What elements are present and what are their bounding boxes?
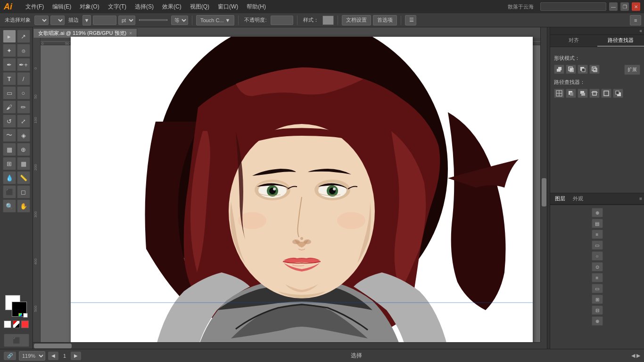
slice-tool[interactable]: ⬛ bbox=[3, 185, 16, 198]
opacity-input[interactable]: 100% bbox=[271, 16, 293, 25]
align-tab[interactable]: 对齐 bbox=[550, 35, 597, 47]
doc-tab-close[interactable]: × bbox=[129, 31, 132, 36]
appearance-tab[interactable]: 外观 bbox=[570, 194, 586, 203]
prefs-btn[interactable]: 首选项 bbox=[373, 15, 397, 25]
hand-tool[interactable]: ✋ bbox=[17, 199, 30, 213]
eraser-tool[interactable]: ◻ bbox=[17, 185, 30, 198]
warp-tool[interactable]: 〜 bbox=[3, 129, 16, 142]
panel-icon-1[interactable]: ⊕ bbox=[592, 208, 603, 217]
panel-icon-5[interactable]: ○ bbox=[592, 251, 603, 261]
scale-tool[interactable]: ⤢ bbox=[17, 115, 30, 128]
none-color-icon[interactable] bbox=[13, 321, 20, 328]
paintbrush-tool[interactable]: 🖌 bbox=[3, 100, 16, 114]
go-to-bridge-btn[interactable]: 🔗 bbox=[4, 352, 16, 360]
color-fill-icon[interactable] bbox=[4, 321, 11, 328]
menu-effect[interactable]: 效果(C) bbox=[158, 2, 185, 12]
direct-selection-tool[interactable]: ↗ bbox=[17, 30, 30, 43]
line-tool[interactable]: / bbox=[17, 72, 30, 85]
layers-tab[interactable]: 图层 bbox=[552, 194, 568, 203]
expand-btn[interactable]: 扩展 bbox=[624, 65, 640, 75]
divide-btn[interactable] bbox=[554, 89, 564, 98]
menu-select[interactable]: 选择(S) bbox=[131, 2, 157, 12]
pathfinder-tab[interactable]: 路径查找器 bbox=[597, 35, 644, 47]
panel-icon-9[interactable]: ⊞ bbox=[592, 295, 603, 304]
next-page-btn[interactable]: ▶ bbox=[71, 352, 81, 360]
ratio-select[interactable]: 等比 bbox=[171, 16, 188, 25]
panel-icon-10[interactable]: ⊟ bbox=[592, 305, 603, 315]
title-search-input[interactable] bbox=[540, 2, 606, 11]
pencil-tool[interactable]: ✏ bbox=[17, 100, 30, 114]
menu-view[interactable]: 视图(Q) bbox=[186, 2, 213, 12]
svg-rect-42 bbox=[570, 68, 572, 71]
ellipse-tool[interactable]: ○ bbox=[17, 86, 30, 99]
menu-type[interactable]: 文字(T) bbox=[104, 2, 130, 12]
doc-settings-btn[interactable]: 文档设置 bbox=[342, 15, 371, 25]
panel-icon-4[interactable]: ▭ bbox=[592, 240, 603, 250]
eyedropper-tool[interactable]: 💧 bbox=[3, 171, 16, 184]
default-colors-icon[interactable] bbox=[23, 313, 28, 318]
horizontal-scroll-thumb[interactable] bbox=[34, 344, 72, 348]
menu-object[interactable]: 对象(O) bbox=[76, 2, 103, 12]
minus-front-btn[interactable] bbox=[578, 65, 588, 74]
intersect-btn[interactable] bbox=[566, 65, 576, 74]
menu-help[interactable]: 帮助(H) bbox=[243, 2, 270, 12]
outline-btn[interactable] bbox=[601, 89, 611, 98]
rect-tool[interactable]: ▭ bbox=[3, 86, 16, 99]
menu-edit[interactable]: 编辑(E) bbox=[49, 2, 75, 12]
minus-back-btn[interactable] bbox=[613, 89, 623, 98]
horizontal-scrollbar[interactable] bbox=[33, 342, 540, 349]
merge-btn[interactable] bbox=[578, 89, 588, 98]
panel-icon-2[interactable]: ▤ bbox=[592, 219, 603, 228]
doc-tab-active[interactable]: 女歌唱家.ai @ 119% (RGB/GPU 预览) × bbox=[33, 28, 137, 38]
stroke-select[interactable] bbox=[50, 16, 65, 25]
mesh-tool[interactable]: ⊞ bbox=[3, 157, 16, 170]
layers-menu-btn[interactable]: ≡ bbox=[639, 196, 642, 201]
prev-page-btn[interactable]: ◀ bbox=[48, 352, 58, 360]
stroke-options-btn[interactable]: ▼ bbox=[83, 15, 91, 25]
rotate-tool[interactable]: ↺ bbox=[3, 115, 16, 128]
page-num: 1 bbox=[61, 353, 68, 359]
gradient-tool[interactable]: ▦ bbox=[17, 157, 30, 170]
canvas-area[interactable]: 女歌唱家.ai @ 119% (RGB/GPU 预览) × 0 50 100 2… bbox=[33, 27, 547, 349]
artboard-tool[interactable]: ⬛ bbox=[4, 334, 29, 347]
zoom-tool[interactable]: 🔍 bbox=[3, 199, 16, 213]
close-button[interactable]: ✕ bbox=[632, 2, 640, 11]
restore-button[interactable]: ❐ bbox=[620, 2, 629, 11]
menu-file[interactable]: 文件(F) bbox=[22, 2, 48, 12]
trim-btn[interactable] bbox=[566, 89, 576, 98]
blend-tool[interactable]: ◈ bbox=[17, 129, 30, 142]
stroke-width-input[interactable]: 1 pt bbox=[93, 16, 116, 25]
column-graph-tool[interactable]: ▦ bbox=[3, 143, 16, 156]
magic-wand-tool[interactable]: ✦ bbox=[3, 44, 16, 57]
pen-tool[interactable]: ✒ bbox=[3, 58, 16, 71]
vertical-scroll-thumb[interactable] bbox=[542, 178, 546, 206]
panel-icon-3[interactable]: ≡ bbox=[592, 230, 603, 239]
panel-icon-11[interactable]: ⊕ bbox=[592, 316, 603, 326]
document-canvas[interactable] bbox=[71, 37, 533, 348]
menu-window[interactable]: 窗口(W) bbox=[214, 2, 242, 12]
zoom-select[interactable]: 119% bbox=[19, 351, 45, 361]
panel-collapse-btn[interactable]: « bbox=[639, 28, 642, 33]
style-swatch[interactable] bbox=[322, 16, 334, 25]
extra-options-btn[interactable]: ☰ bbox=[405, 15, 416, 25]
symbol-tool[interactable]: ⊕ bbox=[17, 143, 30, 156]
panel-icon-6[interactable]: ⊙ bbox=[592, 262, 603, 272]
fill-select[interactable] bbox=[34, 16, 49, 25]
type-tool[interactable]: T bbox=[3, 72, 16, 85]
exclude-btn[interactable] bbox=[589, 65, 600, 74]
color-icon[interactable] bbox=[21, 321, 29, 328]
minimize-button[interactable]: — bbox=[609, 2, 618, 11]
selection-tool[interactable]: ▸ bbox=[3, 30, 16, 43]
vertical-scrollbar[interactable] bbox=[540, 27, 547, 342]
lasso-tool[interactable]: ⌾ bbox=[17, 44, 30, 57]
panel-icon-7[interactable]: ≡ bbox=[592, 273, 603, 282]
add-anchor-tool[interactable]: ✒+ bbox=[17, 58, 30, 71]
panel-toggle-btn[interactable]: ≡ bbox=[630, 15, 641, 25]
swap-colors-icon[interactable] bbox=[18, 313, 22, 317]
crop-btn[interactable] bbox=[589, 89, 600, 98]
panel-icon-8[interactable]: ▭ bbox=[592, 284, 603, 293]
stroke-unit-select[interactable]: pt bbox=[118, 16, 135, 25]
brush-select-btn[interactable]: Touch C... ▼ bbox=[196, 15, 234, 25]
measure-tool[interactable]: 📏 bbox=[17, 171, 30, 184]
unite-btn[interactable] bbox=[554, 65, 564, 74]
